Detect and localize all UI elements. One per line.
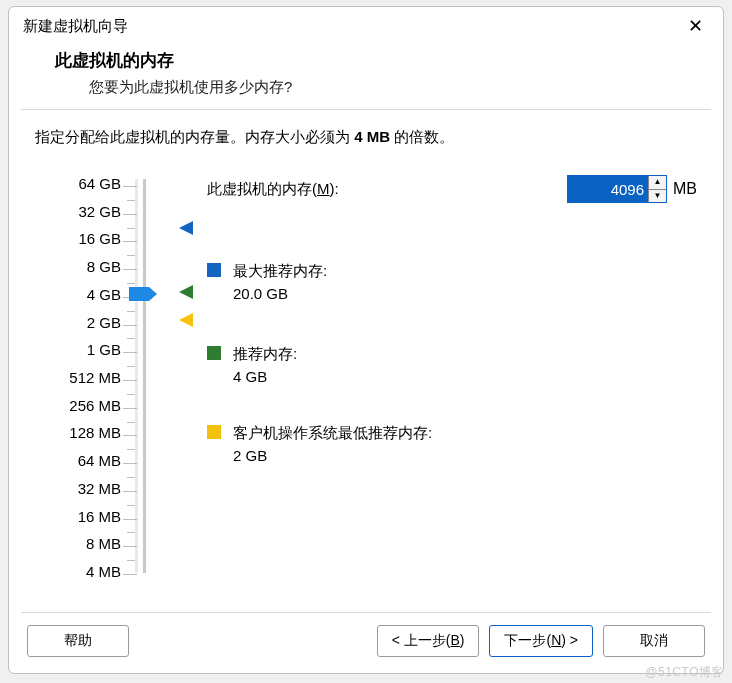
slider-tick: 64 GB: [78, 175, 121, 192]
memory-input-row: 此虚拟机的内存(M): ▲ ▼ MB: [207, 175, 697, 203]
page-title: 此虚拟机的内存: [55, 49, 693, 72]
svg-marker-3: [179, 313, 193, 327]
titlebar: 新建虚拟机向导 ✕: [9, 7, 723, 43]
wizard-footer: 帮助 < 上一步(B) 下一步(N) > 取消: [9, 613, 723, 673]
help-button[interactable]: 帮助: [27, 625, 129, 657]
slider-track[interactable]: [143, 179, 146, 573]
memory-unit: MB: [673, 180, 697, 198]
window-title: 新建虚拟机向导: [23, 17, 682, 36]
svg-marker-1: [179, 221, 193, 235]
memory-spinbox[interactable]: ▲ ▼: [567, 175, 667, 203]
slider-tick: 16 GB: [78, 230, 121, 247]
memory-input-label: 此虚拟机的内存(M):: [207, 180, 339, 199]
slider-tick: 16 MB: [78, 507, 121, 524]
slider-tick: 32 MB: [78, 479, 121, 496]
square-icon: [207, 263, 221, 277]
square-icon: [207, 346, 221, 360]
slider-groove: [135, 179, 138, 573]
watermark: @51CTO博客: [645, 664, 724, 681]
slider-tick: 32 GB: [78, 202, 121, 219]
slider-tick: 4 MB: [86, 563, 121, 580]
wizard-dialog: 新建虚拟机向导 ✕ 此虚拟机的内存 您要为此虚拟机使用多少内存? 指定分配给此虚…: [8, 6, 724, 674]
back-button[interactable]: < 上一步(B): [377, 625, 480, 657]
slider-tick: 1 GB: [87, 341, 121, 358]
min-recommended-block: 客户机操作系统最低推荐内存: 2 GB: [207, 424, 432, 464]
recommended-memory-marker-icon: [177, 285, 193, 303]
spin-up-icon[interactable]: ▲: [649, 176, 666, 190]
slider-tick: 128 MB: [69, 424, 121, 441]
slider-tick: 8 GB: [87, 258, 121, 275]
wizard-body: 指定分配给此虚拟机的内存量。内存大小必须为 4 MB 的倍数。 64 GB32 …: [9, 110, 723, 612]
slider-tick: 4 GB: [87, 285, 121, 302]
svg-marker-2: [179, 285, 193, 299]
spin-down-icon[interactable]: ▼: [649, 190, 666, 203]
close-icon[interactable]: ✕: [682, 13, 709, 39]
slider-tick: 2 GB: [87, 313, 121, 330]
instruction-text: 指定分配给此虚拟机的内存量。内存大小必须为 4 MB 的倍数。: [35, 128, 697, 147]
min-memory-marker-icon: [177, 313, 193, 331]
slider-tick: 8 MB: [86, 535, 121, 552]
slider-tick: 512 MB: [69, 369, 121, 386]
memory-input[interactable]: [568, 176, 648, 202]
recommended-block: 推荐内存: 4 GB: [207, 345, 297, 385]
cancel-button[interactable]: 取消: [603, 625, 705, 657]
slider-thumb[interactable]: [129, 287, 157, 301]
wizard-header: 此虚拟机的内存 您要为此虚拟机使用多少内存?: [9, 43, 723, 109]
next-button[interactable]: 下一步(N) >: [489, 625, 593, 657]
slider-tick: 64 MB: [78, 452, 121, 469]
square-icon: [207, 425, 221, 439]
slider-tick: 256 MB: [69, 396, 121, 413]
max-memory-marker-icon: [177, 221, 193, 239]
svg-marker-0: [129, 287, 157, 301]
memory-area: 64 GB32 GB16 GB8 GB4 GB2 GB1 GB512 MB256…: [35, 175, 697, 585]
max-recommended-block: 最大推荐内存: 20.0 GB: [207, 262, 327, 302]
page-subtitle: 您要为此虚拟机使用多少内存?: [89, 78, 693, 97]
